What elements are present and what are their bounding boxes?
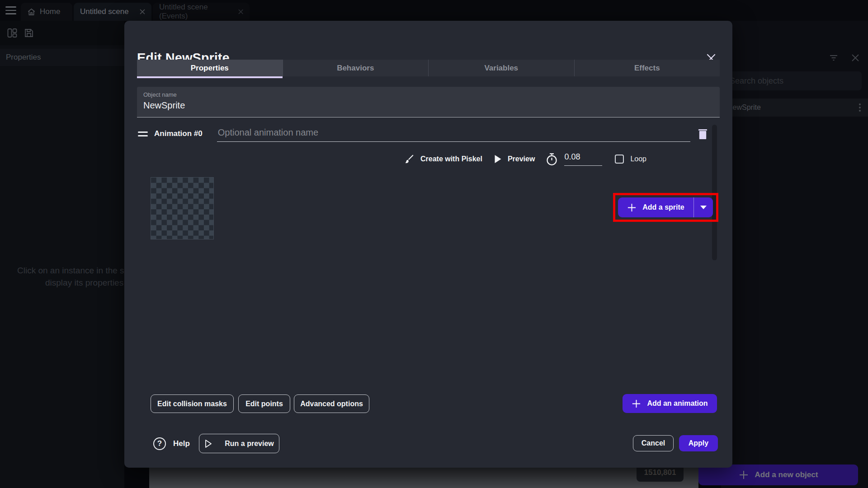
add-an-animation-button[interactable]: Add an animation bbox=[623, 394, 717, 413]
run-a-preview-label: Run a preview bbox=[225, 440, 274, 448]
time-between-frames-input[interactable] bbox=[564, 152, 602, 166]
add-an-animation-label: Add an animation bbox=[647, 399, 708, 408]
add-sprite-main[interactable]: Add a sprite bbox=[618, 197, 694, 217]
tab-effects[interactable]: Effects bbox=[575, 60, 720, 76]
preview-label: Preview bbox=[508, 155, 535, 163]
animation-label: Animation #0 bbox=[154, 129, 203, 138]
create-with-piskel-label: Create with Piskel bbox=[420, 155, 482, 163]
tab-properties[interactable]: Properties bbox=[137, 60, 283, 76]
loop-label: Loop bbox=[630, 155, 646, 163]
loop-checkbox[interactable] bbox=[615, 155, 624, 164]
dialog-tab-bar: Properties Behaviors Variables Effects bbox=[137, 60, 720, 76]
help-label: Help bbox=[173, 439, 190, 448]
edit-points-button[interactable]: Edit points bbox=[238, 394, 290, 413]
apply-button[interactable]: Apply bbox=[679, 435, 718, 451]
empty-sprite-thumbnail[interactable] bbox=[151, 177, 214, 239]
preview-animation-button[interactable]: Preview bbox=[494, 155, 535, 164]
create-with-piskel-button[interactable]: Create with Piskel bbox=[404, 154, 482, 164]
tab-variables[interactable]: Variables bbox=[429, 60, 575, 76]
brush-icon bbox=[404, 154, 415, 164]
object-name-field: Object name bbox=[137, 87, 720, 117]
tab-behaviors[interactable]: Behaviors bbox=[283, 60, 429, 76]
play-icon bbox=[494, 155, 502, 164]
cancel-button[interactable]: Cancel bbox=[633, 435, 674, 451]
delete-animation-icon[interactable] bbox=[698, 128, 708, 140]
play-outline-icon bbox=[204, 439, 212, 448]
animation-row: Animation #0 bbox=[137, 126, 720, 142]
add-sprite-label: Add a sprite bbox=[642, 203, 684, 211]
object-name-input[interactable] bbox=[143, 100, 708, 111]
apply-label: Apply bbox=[689, 439, 708, 447]
animation-name-input[interactable] bbox=[217, 126, 690, 142]
drag-handle-icon[interactable] bbox=[138, 129, 148, 139]
add-sprite-button[interactable]: Add a sprite bbox=[618, 197, 713, 217]
edit-collision-masks-button[interactable]: Edit collision masks bbox=[151, 394, 234, 413]
edit-object-dialog: Edit NewSprite Properties Behaviors Vari… bbox=[124, 21, 732, 468]
dialog-scrollbar[interactable] bbox=[712, 125, 717, 260]
plus-icon bbox=[627, 203, 637, 212]
run-a-preview-button[interactable]: Run a preview bbox=[199, 434, 279, 453]
plus-icon bbox=[632, 399, 641, 408]
chevron-down-icon bbox=[700, 206, 707, 209]
help-button[interactable]: ? Help bbox=[153, 435, 190, 453]
advanced-options-button[interactable]: Advanced options bbox=[294, 394, 369, 413]
question-mark-icon: ? bbox=[153, 437, 166, 450]
object-name-label: Object name bbox=[143, 91, 177, 98]
add-sprite-dropdown[interactable] bbox=[694, 197, 713, 217]
animation-tools-row: Create with Piskel Preview Loop bbox=[404, 149, 646, 169]
timer-icon bbox=[546, 153, 558, 166]
